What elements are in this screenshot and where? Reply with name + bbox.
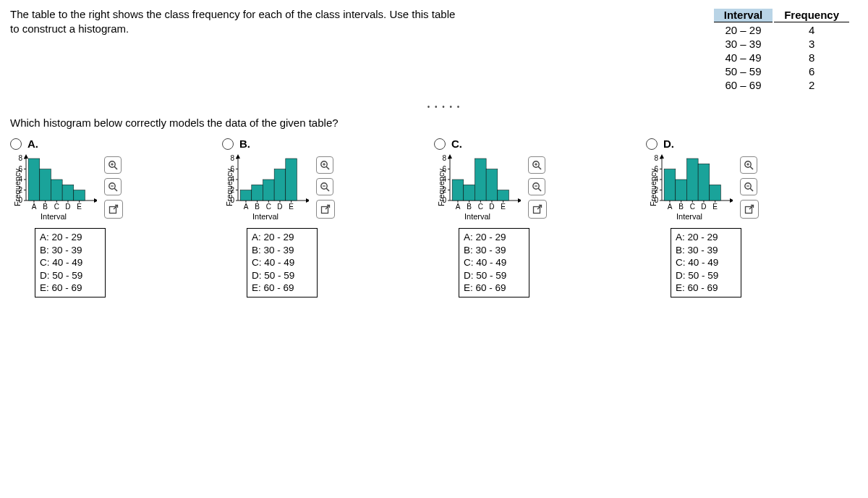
radio-b[interactable] <box>222 138 234 150</box>
svg-marker-78 <box>448 154 452 159</box>
x-axis-label: Interval <box>434 212 521 221</box>
legend-row: C: 40 - 49 <box>464 256 524 269</box>
svg-line-34 <box>114 188 117 191</box>
legend-row: D: 50 - 59 <box>40 269 101 282</box>
y-axis-label: Frequency <box>437 169 446 206</box>
zoom-in-icon[interactable] <box>740 156 757 174</box>
legend-row: B: 30 - 39 <box>464 244 524 257</box>
svg-rect-134 <box>686 159 698 201</box>
cell-freq: 6 <box>774 65 849 77</box>
svg-line-151 <box>749 206 754 210</box>
svg-line-30 <box>114 166 117 169</box>
legend-row: E: 60 - 69 <box>464 282 524 295</box>
answer-options-row: A. Frequency 02468ABCDE Interval A: 20 -… <box>10 138 858 297</box>
popout-icon[interactable] <box>740 200 759 219</box>
answer-option-c: C. Frequency 02468ABCDE Interval A: 20 -… <box>434 138 646 297</box>
svg-line-144 <box>750 166 753 169</box>
svg-text:E: E <box>77 203 82 211</box>
cell-freq: 4 <box>774 24 849 36</box>
popout-icon[interactable] <box>104 200 123 219</box>
legend-c: A: 20 - 29 B: 30 - 39 C: 40 - 49 D: 50 -… <box>459 228 529 297</box>
svg-marker-116 <box>660 154 664 159</box>
legend-row: C: 40 - 49 <box>676 256 736 269</box>
cell-freq: 3 <box>774 38 849 50</box>
svg-line-106 <box>538 166 541 169</box>
svg-rect-137 <box>698 164 710 201</box>
table-row: 40 – 498 <box>714 51 849 64</box>
answer-option-d: D. Frequency 02468ABCDE Interval A: 20 -… <box>646 138 858 297</box>
x-axis-label: Interval <box>10 212 97 221</box>
histogram-b: 02468ABCDE <box>222 154 309 212</box>
svg-marker-79 <box>518 198 521 203</box>
zoom-out-icon[interactable] <box>104 178 122 195</box>
svg-text:A: A <box>456 203 461 211</box>
cell-interval: 30 – 39 <box>714 38 773 50</box>
svg-rect-90 <box>452 180 464 201</box>
svg-text:B: B <box>678 203 684 211</box>
svg-rect-26 <box>74 190 85 201</box>
svg-text:E: E <box>501 203 506 211</box>
radio-c[interactable] <box>434 138 446 150</box>
popout-icon[interactable] <box>316 200 335 219</box>
svg-marker-2 <box>24 154 28 159</box>
option-label-c: C. <box>451 138 462 150</box>
option-label-d: D. <box>663 138 674 150</box>
svg-rect-17 <box>40 169 51 201</box>
histogram-c: 02468ABCDE <box>434 154 521 212</box>
zoom-out-icon[interactable] <box>528 178 545 195</box>
svg-text:E: E <box>712 203 718 211</box>
histogram-d: 02468ABCDE <box>646 154 733 212</box>
svg-line-113 <box>537 206 542 210</box>
radio-d[interactable] <box>646 138 658 150</box>
svg-marker-117 <box>730 198 733 203</box>
legend-row: A: 20 - 29 <box>464 231 524 244</box>
svg-line-72 <box>326 188 329 191</box>
legend-b: A: 20 - 29 B: 30 - 39 C: 40 - 49 D: 50 -… <box>247 228 318 297</box>
option-label-b: B. <box>239 138 250 150</box>
svg-rect-96 <box>475 159 486 201</box>
prompt-line-1: The table to the right shows the class f… <box>10 8 455 20</box>
answer-option-b: B. Frequency 02468ABCDE Interval A: 20 -… <box>222 138 434 297</box>
svg-text:A: A <box>668 203 673 211</box>
cell-freq: 8 <box>774 51 849 64</box>
legend-row: E: 60 - 69 <box>676 282 736 295</box>
legend-row: B: 30 - 39 <box>252 244 312 257</box>
svg-rect-140 <box>710 185 721 201</box>
zoom-out-icon[interactable] <box>740 178 757 195</box>
svg-text:8: 8 <box>654 154 658 162</box>
radio-a[interactable] <box>10 138 22 150</box>
svg-text:B: B <box>43 203 48 211</box>
svg-text:D: D <box>277 203 282 211</box>
legend-row: C: 40 - 49 <box>40 256 101 269</box>
legend-row: E: 60 - 69 <box>252 282 312 295</box>
svg-text:C: C <box>266 203 271 211</box>
svg-marker-40 <box>236 154 240 159</box>
svg-rect-131 <box>676 180 687 201</box>
legend-row: B: 30 - 39 <box>40 244 101 257</box>
legend-d: A: 20 - 29 B: 30 - 39 C: 40 - 49 D: 50 -… <box>671 228 741 297</box>
svg-line-110 <box>538 188 541 191</box>
svg-rect-55 <box>252 185 263 201</box>
zoom-out-icon[interactable] <box>316 178 333 195</box>
y-axis-label: Frequency <box>225 169 234 206</box>
svg-rect-102 <box>498 190 509 201</box>
question-text: Which histogram below correctly models t… <box>10 117 858 129</box>
svg-text:8: 8 <box>442 154 446 162</box>
popout-icon[interactable] <box>528 200 547 219</box>
y-axis-label: Frequency <box>649 169 658 206</box>
prompt-line-2: to construct a histogram. <box>10 22 129 35</box>
cell-interval: 40 – 49 <box>714 51 773 64</box>
cell-interval: 60 – 69 <box>714 79 773 91</box>
svg-line-148 <box>750 188 753 191</box>
svg-rect-14 <box>28 159 40 201</box>
zoom-in-icon[interactable] <box>316 156 333 174</box>
table-row: 30 – 393 <box>714 38 849 50</box>
histogram-a: 02468ABCDE <box>10 154 97 212</box>
cell-interval: 50 – 59 <box>714 65 773 77</box>
svg-text:C: C <box>478 203 483 211</box>
table-header-interval: Interval <box>714 9 773 22</box>
svg-text:B: B <box>467 203 472 211</box>
zoom-in-icon[interactable] <box>104 156 122 174</box>
svg-text:B: B <box>255 203 260 211</box>
zoom-in-icon[interactable] <box>528 156 545 174</box>
